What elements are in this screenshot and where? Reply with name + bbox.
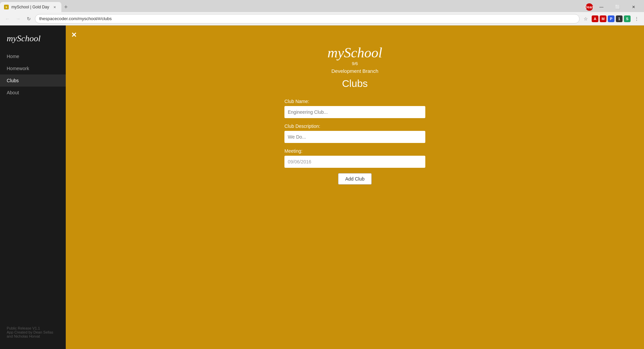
sidebar-item-clubs[interactable]: Clubs bbox=[0, 74, 66, 87]
meeting-input[interactable] bbox=[284, 156, 425, 168]
sidebar: mySchool Home Homework Clubs About Publi… bbox=[0, 26, 66, 349]
forward-button[interactable]: → bbox=[13, 14, 23, 23]
club-description-group: Club Description: bbox=[284, 123, 425, 143]
tab-close-button[interactable]: ✕ bbox=[52, 4, 57, 10]
reload-button[interactable]: ↻ bbox=[24, 14, 34, 23]
extension-s-icon[interactable]: S bbox=[624, 15, 631, 22]
sidebar-item-home[interactable]: Home bbox=[0, 50, 66, 62]
tab-bar: S mySchool | Gold Day ✕ + Dean — ⬜ ✕ bbox=[0, 0, 644, 12]
sidebar-logo: mySchool bbox=[0, 31, 66, 50]
user-badge: Dean bbox=[586, 3, 593, 11]
club-name-input[interactable] bbox=[284, 106, 425, 118]
window-controls: Dean — ⬜ ✕ bbox=[586, 2, 644, 12]
main-content: ✕ mySchool 9/6 Development Branch Clubs … bbox=[66, 26, 644, 349]
app-container: mySchool Home Homework Clubs About Publi… bbox=[0, 26, 644, 349]
sidebar-item-homework[interactable]: Homework bbox=[0, 62, 66, 74]
tab-title: mySchool | Gold Day bbox=[11, 5, 49, 9]
meeting-group: Meeting: bbox=[284, 148, 425, 168]
sidebar-nav: Home Homework Clubs About bbox=[0, 50, 66, 321]
footer-line1: Public Release V1.1 bbox=[7, 326, 59, 330]
club-description-label: Club Description: bbox=[284, 123, 425, 129]
sidebar-footer: Public Release V1.1 App Created by Dean … bbox=[0, 321, 66, 344]
extension-gmail-icon[interactable]: M bbox=[600, 15, 606, 22]
address-bar[interactable] bbox=[35, 14, 580, 23]
active-tab[interactable]: S mySchool | Gold Day ✕ bbox=[0, 2, 61, 12]
tab-favicon: S bbox=[4, 5, 9, 9]
close-window-button[interactable]: ✕ bbox=[626, 2, 641, 12]
sidebar-item-about[interactable]: About bbox=[0, 87, 66, 99]
club-name-group: Club Name: bbox=[284, 99, 425, 118]
club-description-input[interactable] bbox=[284, 131, 425, 143]
menu-icon[interactable]: ⋮ bbox=[632, 14, 641, 23]
extension-1p-icon[interactable]: 1 bbox=[616, 15, 623, 22]
extension-adp-icon[interactable]: A bbox=[592, 15, 598, 22]
close-button[interactable]: ✕ bbox=[71, 31, 77, 39]
club-name-label: Club Name: bbox=[284, 99, 425, 104]
footer-line2: App Created by Dean Sellas and Nicholas … bbox=[7, 330, 59, 338]
version-text: 9/6 bbox=[327, 61, 382, 66]
bookmark-icon[interactable]: ☆ bbox=[581, 14, 590, 23]
browser-chrome: S mySchool | Gold Day ✕ + Dean — ⬜ ✕ ← →… bbox=[0, 0, 644, 26]
new-tab-button[interactable]: + bbox=[61, 2, 71, 12]
branch-text: Development Branch bbox=[327, 68, 382, 74]
maximize-button[interactable]: ⬜ bbox=[610, 2, 625, 12]
browser-toolbar: ← → ↻ ☆ A M P 1 S ⋮ bbox=[0, 12, 644, 26]
toolbar-right: ☆ A M P 1 S ⋮ bbox=[581, 14, 641, 23]
meeting-label: Meeting: bbox=[284, 148, 425, 154]
page-title: Clubs bbox=[327, 78, 382, 89]
back-button[interactable]: ← bbox=[3, 14, 12, 23]
extension-pocket-icon[interactable]: P bbox=[608, 15, 614, 22]
add-club-button[interactable]: Add Club bbox=[338, 173, 372, 185]
app-logo: mySchool bbox=[327, 46, 382, 60]
clubs-form: Club Name: Club Description: Meeting: Ad… bbox=[284, 99, 425, 185]
minimize-button[interactable]: — bbox=[594, 2, 609, 12]
page-header: mySchool 9/6 Development Branch Clubs bbox=[327, 46, 382, 89]
